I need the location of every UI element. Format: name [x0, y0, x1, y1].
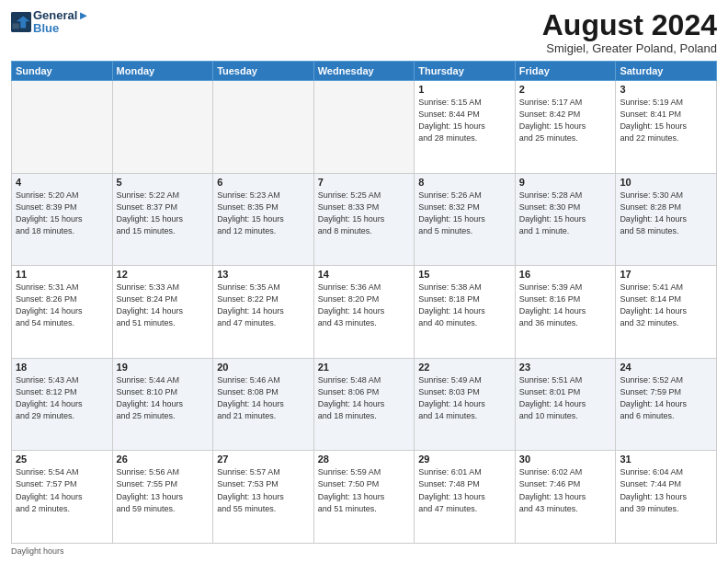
day-number: 3	[620, 84, 712, 95]
day-info: Sunrise: 5:28 AM Sunset: 8:30 PM Dayligh…	[519, 190, 612, 237]
calendar-cell: 14Sunrise: 5:36 AM Sunset: 8:20 PM Dayli…	[313, 266, 415, 359]
calendar-cell: 28Sunrise: 5:59 AM Sunset: 7:50 PM Dayli…	[313, 451, 415, 544]
calendar-cell: 6Sunrise: 5:23 AM Sunset: 8:35 PM Daylig…	[213, 173, 314, 266]
day-number: 20	[217, 362, 310, 373]
day-info: Sunrise: 5:30 AM Sunset: 8:28 PM Dayligh…	[620, 190, 712, 237]
calendar-cell: 16Sunrise: 5:39 AM Sunset: 8:16 PM Dayli…	[515, 266, 616, 359]
day-number: 14	[318, 269, 411, 280]
calendar-cell: 22Sunrise: 5:49 AM Sunset: 8:03 PM Dayli…	[415, 358, 516, 451]
day-info: Sunrise: 5:23 AM Sunset: 8:35 PM Dayligh…	[217, 190, 310, 237]
calendar-cell: 9Sunrise: 5:28 AM Sunset: 8:30 PM Daylig…	[515, 173, 616, 266]
day-info: Sunrise: 5:35 AM Sunset: 8:22 PM Dayligh…	[217, 282, 310, 329]
calendar-cell: 24Sunrise: 5:52 AM Sunset: 7:59 PM Dayli…	[616, 358, 717, 451]
calendar-week-row: 1Sunrise: 5:15 AM Sunset: 8:44 PM Daylig…	[12, 81, 717, 174]
day-number: 19	[117, 362, 210, 373]
day-info: Sunrise: 5:38 AM Sunset: 8:18 PM Dayligh…	[418, 282, 511, 329]
day-info: Sunrise: 5:59 AM Sunset: 7:50 PM Dayligh…	[318, 466, 411, 514]
day-number: 5	[117, 177, 210, 188]
calendar-cell: 11Sunrise: 5:31 AM Sunset: 8:26 PM Dayli…	[12, 266, 113, 359]
day-number: 22	[418, 362, 511, 373]
calendar-table: SundayMondayTuesdayWednesdayThursdayFrid…	[11, 61, 717, 544]
day-info: Sunrise: 5:48 AM Sunset: 8:06 PM Dayligh…	[318, 374, 411, 422]
day-number: 28	[318, 454, 411, 465]
page: General► Blue August 2024 Smigiel, Great…	[0, 0, 728, 563]
svg-rect-2	[12, 24, 18, 29]
month-title: August 2024	[542, 9, 717, 41]
day-number: 15	[418, 269, 511, 280]
day-number: 10	[620, 177, 712, 188]
day-number: 4	[16, 177, 108, 188]
day-number: 27	[217, 454, 310, 465]
logo-icon	[11, 12, 31, 32]
day-info: Sunrise: 5:25 AM Sunset: 8:33 PM Dayligh…	[318, 190, 411, 237]
day-number: 30	[519, 454, 612, 465]
day-number: 13	[217, 269, 310, 280]
calendar-cell: 20Sunrise: 5:46 AM Sunset: 8:08 PM Dayli…	[213, 358, 314, 451]
day-info: Sunrise: 5:51 AM Sunset: 8:01 PM Dayligh…	[519, 374, 612, 422]
day-info: Sunrise: 5:26 AM Sunset: 8:32 PM Dayligh…	[418, 190, 511, 237]
day-number: 7	[318, 177, 411, 188]
day-number: 24	[620, 362, 712, 373]
day-info: Sunrise: 6:01 AM Sunset: 7:48 PM Dayligh…	[418, 466, 511, 514]
day-number: 31	[620, 454, 712, 465]
day-info: Sunrise: 5:20 AM Sunset: 8:39 PM Dayligh…	[16, 190, 108, 237]
weekday-header: Wednesday	[313, 62, 415, 81]
day-info: Sunrise: 5:36 AM Sunset: 8:20 PM Dayligh…	[318, 282, 411, 329]
day-number: 29	[418, 454, 511, 465]
day-info: Sunrise: 5:41 AM Sunset: 8:14 PM Dayligh…	[620, 282, 712, 329]
day-info: Sunrise: 5:22 AM Sunset: 8:37 PM Dayligh…	[117, 190, 210, 237]
calendar-cell: 25Sunrise: 5:54 AM Sunset: 7:57 PM Dayli…	[12, 451, 113, 544]
calendar-header-row: SundayMondayTuesdayWednesdayThursdayFrid…	[12, 62, 717, 81]
day-number: 9	[519, 177, 612, 188]
day-info: Sunrise: 5:46 AM Sunset: 8:08 PM Dayligh…	[217, 374, 310, 422]
calendar-cell: 23Sunrise: 5:51 AM Sunset: 8:01 PM Dayli…	[515, 358, 616, 451]
day-info: Sunrise: 5:19 AM Sunset: 8:41 PM Dayligh…	[620, 97, 712, 144]
calendar-cell: 30Sunrise: 6:02 AM Sunset: 7:46 PM Dayli…	[515, 451, 616, 544]
weekday-header: Friday	[515, 62, 616, 81]
day-number: 6	[217, 177, 310, 188]
calendar-cell: 10Sunrise: 5:30 AM Sunset: 8:28 PM Dayli…	[616, 173, 717, 266]
day-number: 17	[620, 269, 712, 280]
day-info: Sunrise: 6:04 AM Sunset: 7:44 PM Dayligh…	[620, 466, 712, 514]
day-info: Sunrise: 5:57 AM Sunset: 7:53 PM Dayligh…	[217, 466, 310, 514]
calendar-cell: 19Sunrise: 5:44 AM Sunset: 8:10 PM Dayli…	[112, 358, 213, 451]
day-number: 8	[418, 177, 511, 188]
logo: General► Blue	[11, 9, 89, 36]
day-info: Sunrise: 5:43 AM Sunset: 8:12 PM Dayligh…	[16, 374, 108, 422]
day-info: Sunrise: 5:31 AM Sunset: 8:26 PM Dayligh…	[16, 282, 108, 329]
calendar-cell: 21Sunrise: 5:48 AM Sunset: 8:06 PM Dayli…	[313, 358, 415, 451]
day-number: 2	[519, 84, 612, 95]
calendar-cell	[313, 81, 415, 174]
footer-note: Daylight hours	[11, 546, 717, 556]
day-info: Sunrise: 5:17 AM Sunset: 8:42 PM Dayligh…	[519, 97, 612, 144]
weekday-header: Tuesday	[213, 62, 314, 81]
calendar-week-row: 25Sunrise: 5:54 AM Sunset: 7:57 PM Dayli…	[12, 451, 717, 544]
calendar-cell: 31Sunrise: 6:04 AM Sunset: 7:44 PM Dayli…	[616, 451, 717, 544]
weekday-header: Thursday	[415, 62, 516, 81]
calendar-cell: 15Sunrise: 5:38 AM Sunset: 8:18 PM Dayli…	[415, 266, 516, 359]
day-number: 11	[16, 269, 108, 280]
day-number: 16	[519, 269, 612, 280]
calendar-cell: 18Sunrise: 5:43 AM Sunset: 8:12 PM Dayli…	[12, 358, 113, 451]
day-number: 18	[16, 362, 108, 373]
day-number: 21	[318, 362, 411, 373]
weekday-header: Sunday	[12, 62, 113, 81]
calendar-week-row: 18Sunrise: 5:43 AM Sunset: 8:12 PM Dayli…	[12, 358, 717, 451]
day-info: Sunrise: 5:15 AM Sunset: 8:44 PM Dayligh…	[418, 97, 511, 144]
calendar-cell: 8Sunrise: 5:26 AM Sunset: 8:32 PM Daylig…	[415, 173, 516, 266]
header: General► Blue August 2024 Smigiel, Great…	[11, 9, 717, 55]
calendar-week-row: 11Sunrise: 5:31 AM Sunset: 8:26 PM Dayli…	[12, 266, 717, 359]
day-info: Sunrise: 5:52 AM Sunset: 7:59 PM Dayligh…	[620, 374, 712, 422]
calendar-cell: 29Sunrise: 6:01 AM Sunset: 7:48 PM Dayli…	[415, 451, 516, 544]
day-info: Sunrise: 5:44 AM Sunset: 8:10 PM Dayligh…	[117, 374, 210, 422]
calendar-cell	[12, 81, 113, 174]
day-info: Sunrise: 5:56 AM Sunset: 7:55 PM Dayligh…	[117, 466, 210, 514]
calendar-cell: 4Sunrise: 5:20 AM Sunset: 8:39 PM Daylig…	[12, 173, 113, 266]
day-info: Sunrise: 5:49 AM Sunset: 8:03 PM Dayligh…	[418, 374, 511, 422]
calendar-cell: 27Sunrise: 5:57 AM Sunset: 7:53 PM Dayli…	[213, 451, 314, 544]
calendar-week-row: 4Sunrise: 5:20 AM Sunset: 8:39 PM Daylig…	[12, 173, 717, 266]
day-info: Sunrise: 5:39 AM Sunset: 8:16 PM Dayligh…	[519, 282, 612, 329]
calendar-cell: 26Sunrise: 5:56 AM Sunset: 7:55 PM Dayli…	[112, 451, 213, 544]
calendar-cell: 13Sunrise: 5:35 AM Sunset: 8:22 PM Dayli…	[213, 266, 314, 359]
calendar-cell	[112, 81, 213, 174]
